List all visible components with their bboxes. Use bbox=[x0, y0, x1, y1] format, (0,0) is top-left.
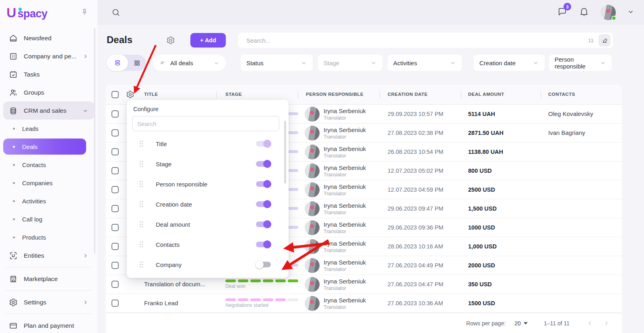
person-name[interactable]: Iryna Serbeniuk bbox=[324, 221, 366, 228]
filter-stage[interactable]: Stage bbox=[318, 55, 382, 71]
rows-per-page-value: 20 bbox=[514, 320, 521, 327]
saved-filter-dropdown[interactable]: All deals bbox=[153, 55, 226, 71]
filter-person-responsible[interactable]: Person responsible bbox=[549, 55, 612, 71]
crm-icon bbox=[9, 106, 18, 115]
person-name[interactable]: Iryna Serbeniuk bbox=[324, 126, 366, 133]
stage-segment bbox=[238, 279, 248, 282]
sidebar-item-deals[interactable]: Deals bbox=[3, 139, 86, 155]
row-checkbox[interactable] bbox=[111, 110, 119, 118]
pin-sidebar-icon[interactable] bbox=[80, 8, 89, 18]
person-name[interactable]: Iryna Serbeniuk bbox=[324, 297, 366, 304]
column-header-creation-date: CREATION DATE bbox=[388, 92, 427, 97]
deal-amount: 350 USD bbox=[468, 281, 492, 287]
clear-search-eraser-icon[interactable] bbox=[599, 34, 611, 46]
deal-amount: 2000 USD bbox=[468, 262, 495, 269]
person-name[interactable]: Iryna Serbeniuk bbox=[324, 278, 366, 285]
sidebar-item-tasks[interactable]: Tasks bbox=[3, 65, 94, 83]
toggle-company[interactable] bbox=[256, 261, 271, 269]
deal-title[interactable]: Franko Lead bbox=[144, 300, 178, 306]
bullet-icon bbox=[13, 218, 15, 220]
person-name[interactable]: Iryna Serbeniuk bbox=[324, 108, 366, 114]
contact-name[interactable]: Ivan Bagriany bbox=[548, 129, 585, 136]
next-page-chevron-icon[interactable] bbox=[603, 320, 610, 327]
contact-name[interactable]: Oleg Kovalevsky bbox=[548, 110, 593, 117]
deal-title[interactable]: Translation of docum... bbox=[144, 281, 205, 287]
sidebar-item-plan-and-payment[interactable]: Plan and payment bbox=[3, 316, 94, 333]
person-name[interactable]: Iryna Serbeniuk bbox=[324, 202, 366, 209]
deals-search-input[interactable] bbox=[238, 37, 588, 44]
stage-label: Negotiations started bbox=[225, 302, 298, 308]
user-menu-chevron-icon[interactable] bbox=[627, 8, 634, 17]
stage-segment bbox=[263, 279, 273, 282]
notifications-bell-icon[interactable] bbox=[579, 6, 589, 19]
drag-handle-icon[interactable] bbox=[139, 160, 144, 168]
drag-handle-icon[interactable] bbox=[139, 221, 144, 228]
drag-handle-icon[interactable] bbox=[139, 201, 144, 208]
select-all-checkbox[interactable] bbox=[111, 91, 119, 98]
toggle-deal-amount[interactable] bbox=[256, 220, 271, 228]
row-checkbox[interactable] bbox=[111, 167, 119, 174]
kanban-view-button[interactable] bbox=[128, 55, 146, 71]
toggle-title[interactable] bbox=[256, 140, 271, 148]
toggle-contacts[interactable] bbox=[256, 240, 271, 248]
drag-handle-icon[interactable] bbox=[139, 261, 144, 268]
stage-bar-fragment bbox=[288, 131, 298, 134]
sidebar-item-activities[interactable]: Activities bbox=[3, 192, 94, 210]
sidebar-item-leads[interactable]: Leads bbox=[3, 120, 94, 138]
row-checkbox[interactable] bbox=[111, 224, 119, 231]
page-settings-gear-icon[interactable] bbox=[166, 36, 175, 46]
row-checkbox[interactable] bbox=[111, 281, 119, 288]
sidebar-item-marketplace[interactable]: Marketplace bbox=[3, 270, 94, 288]
person-avatar bbox=[305, 258, 320, 273]
row-checkbox[interactable] bbox=[111, 262, 119, 269]
global-search-icon[interactable] bbox=[111, 8, 121, 19]
sidebar-item-products[interactable]: Products bbox=[3, 228, 94, 246]
toggle-person-responsible[interactable] bbox=[256, 180, 271, 188]
sidebar-item-companies[interactable]: Companies bbox=[3, 174, 94, 192]
deal-amount: 1138.80 UAH bbox=[468, 149, 503, 155]
popup-scrollbar[interactable] bbox=[284, 121, 286, 184]
sidebar-item-crm-and-sales[interactable]: CRM and sales bbox=[3, 101, 94, 120]
toggle-stage[interactable] bbox=[256, 160, 271, 168]
filter-label: Stage bbox=[324, 60, 339, 66]
logo-text: spacy bbox=[18, 8, 47, 20]
sidebar-item-entities[interactable]: Entities bbox=[3, 246, 94, 265]
drag-handle-icon[interactable] bbox=[139, 180, 144, 188]
row-checkbox[interactable] bbox=[111, 243, 119, 250]
row-checkbox[interactable] bbox=[111, 205, 119, 212]
configure-columns-gear-icon[interactable] bbox=[126, 90, 134, 100]
filter-activities[interactable]: Activities bbox=[388, 55, 462, 71]
popup-search-input[interactable] bbox=[132, 116, 279, 131]
sidebar-item-settings[interactable]: Settings bbox=[3, 293, 94, 311]
row-checkbox[interactable] bbox=[111, 300, 119, 307]
row-checkbox[interactable] bbox=[111, 148, 119, 155]
list-view-button[interactable] bbox=[107, 55, 128, 71]
filter-creation-date[interactable]: Creation date bbox=[474, 55, 545, 71]
person-name[interactable]: Iryna Serbeniuk bbox=[324, 164, 366, 171]
person-name[interactable]: Iryna Serbeniuk bbox=[324, 183, 366, 190]
sidebar-item-call-log[interactable]: Call log bbox=[3, 210, 94, 228]
sidebar-item-company-and-pe[interactable]: Company and pe... bbox=[3, 47, 94, 65]
person-name[interactable]: Iryna Serbeniuk bbox=[324, 259, 366, 266]
drag-handle-icon[interactable] bbox=[139, 140, 144, 147]
toggle-creation-date[interactable] bbox=[256, 200, 271, 208]
user-avatar[interactable] bbox=[601, 5, 616, 20]
add-deal-button[interactable]: + Add bbox=[190, 33, 226, 48]
stage-segment bbox=[225, 298, 236, 301]
sidebar-item-contacts[interactable]: Contacts bbox=[3, 156, 94, 174]
popup-item-label: Stage bbox=[156, 161, 256, 168]
sidebar-item-groups[interactable]: Groups bbox=[3, 83, 94, 101]
person-name[interactable]: Iryna Serbeniuk bbox=[324, 240, 366, 247]
chat-icon[interactable]: 3 bbox=[557, 6, 568, 19]
sidebar-item-newsfeed[interactable]: Newsfeed bbox=[3, 29, 94, 47]
rows-per-page-select[interactable]: 20 bbox=[514, 320, 528, 327]
prev-page-chevron-icon[interactable] bbox=[586, 320, 594, 327]
row-checkbox[interactable] bbox=[111, 129, 119, 137]
online-status-dot bbox=[611, 16, 616, 21]
filter-status[interactable]: Status bbox=[241, 55, 313, 71]
drag-handle-icon[interactable] bbox=[139, 241, 144, 248]
person-name[interactable]: Iryna Serbeniuk bbox=[324, 145, 366, 152]
sidebar-scrollbar[interactable] bbox=[94, 28, 95, 254]
uspacy-logo[interactable]: U spacy bbox=[6, 5, 47, 21]
row-checkbox[interactable] bbox=[111, 186, 119, 193]
